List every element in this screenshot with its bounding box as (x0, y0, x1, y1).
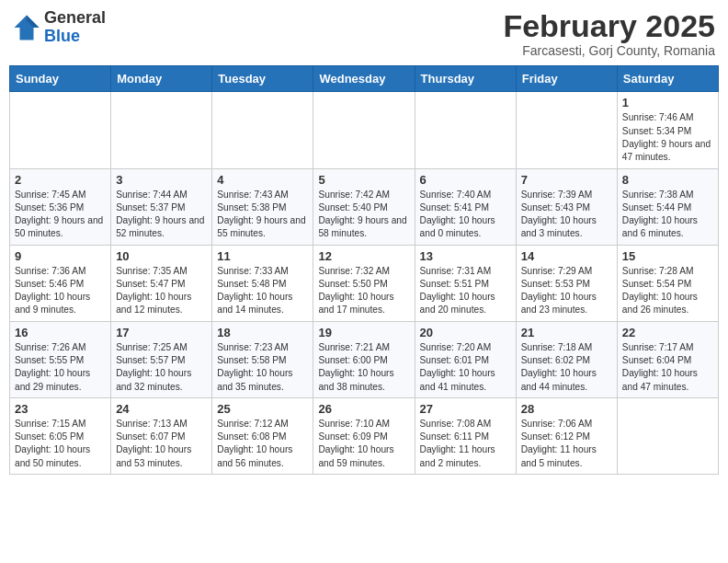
calendar-day-cell: 20Sunrise: 7:20 AM Sunset: 6:01 PM Dayli… (415, 321, 516, 397)
calendar-day-cell (111, 92, 212, 168)
day-info-text: Sunrise: 7:28 AM Sunset: 5:54 PM Dayligh… (622, 265, 713, 317)
calendar-day-cell: 8Sunrise: 7:38 AM Sunset: 5:44 PM Daylig… (617, 168, 718, 245)
day-info-text: Sunrise: 7:33 AM Sunset: 5:48 PM Dayligh… (217, 265, 308, 317)
day-info-text: Sunrise: 7:43 AM Sunset: 5:38 PM Dayligh… (217, 189, 308, 241)
day-info-text: Sunrise: 7:40 AM Sunset: 5:41 PM Dayligh… (420, 189, 511, 241)
day-number: 20 (420, 326, 511, 339)
day-info-text: Sunrise: 7:17 AM Sunset: 6:04 PM Dayligh… (622, 341, 713, 394)
day-info-text: Sunrise: 7:38 AM Sunset: 5:44 PM Dayligh… (622, 189, 713, 241)
day-number: 26 (318, 402, 409, 416)
day-info-text: Sunrise: 7:42 AM Sunset: 5:40 PM Dayligh… (318, 189, 409, 241)
day-number: 14 (521, 249, 612, 263)
calendar-day-cell (10, 92, 111, 168)
day-number: 23 (15, 402, 106, 416)
calendar-day-cell: 4Sunrise: 7:43 AM Sunset: 5:38 PM Daylig… (212, 168, 313, 245)
calendar-day-cell: 2Sunrise: 7:45 AM Sunset: 5:36 PM Daylig… (10, 168, 111, 245)
day-info-text: Sunrise: 7:15 AM Sunset: 6:05 PM Dayligh… (15, 418, 106, 470)
day-number: 18 (217, 326, 308, 339)
month-title: February 2025 (503, 9, 715, 43)
day-number: 11 (217, 249, 308, 263)
calendar-day-cell (212, 92, 313, 168)
calendar-day-cell: 15Sunrise: 7:28 AM Sunset: 5:54 PM Dayli… (617, 245, 718, 321)
calendar-day-cell: 28Sunrise: 7:06 AM Sunset: 6:12 PM Dayli… (516, 397, 617, 474)
day-number: 10 (116, 249, 207, 263)
location-text: Farcasesti, Gorj County, Romania (503, 43, 715, 58)
day-number: 5 (318, 173, 409, 187)
logo-general-text: General (44, 9, 106, 28)
day-number: 4 (217, 173, 308, 187)
calendar-day-cell: 13Sunrise: 7:31 AM Sunset: 5:51 PM Dayli… (415, 245, 516, 321)
day-info-text: Sunrise: 7:08 AM Sunset: 6:11 PM Dayligh… (420, 418, 511, 470)
day-number: 9 (15, 249, 106, 263)
day-info-text: Sunrise: 7:36 AM Sunset: 5:46 PM Dayligh… (15, 265, 106, 317)
calendar-table: SundayMondayTuesdayWednesdayThursdayFrid… (9, 65, 719, 475)
day-info-text: Sunrise: 7:39 AM Sunset: 5:43 PM Dayligh… (521, 189, 612, 241)
weekday-header-wednesday: Wednesday (313, 66, 415, 92)
weekday-header-thursday: Thursday (415, 66, 516, 92)
day-number: 28 (521, 402, 612, 416)
calendar-day-cell: 26Sunrise: 7:10 AM Sunset: 6:09 PM Dayli… (313, 397, 415, 474)
calendar-day-cell: 3Sunrise: 7:44 AM Sunset: 5:37 PM Daylig… (111, 168, 212, 245)
day-info-text: Sunrise: 7:12 AM Sunset: 6:08 PM Dayligh… (217, 418, 308, 470)
calendar-day-cell: 19Sunrise: 7:21 AM Sunset: 6:00 PM Dayli… (313, 321, 415, 397)
day-number: 3 (116, 173, 207, 187)
day-info-text: Sunrise: 7:18 AM Sunset: 6:02 PM Dayligh… (521, 341, 612, 394)
calendar-day-cell: 6Sunrise: 7:40 AM Sunset: 5:41 PM Daylig… (415, 168, 516, 245)
calendar-day-cell: 27Sunrise: 7:08 AM Sunset: 6:11 PM Dayli… (415, 397, 516, 474)
calendar-day-cell: 9Sunrise: 7:36 AM Sunset: 5:46 PM Daylig… (10, 245, 111, 321)
calendar-day-cell: 14Sunrise: 7:29 AM Sunset: 5:53 PM Dayli… (516, 245, 617, 321)
weekday-header-monday: Monday (111, 66, 212, 92)
calendar-day-cell (313, 92, 415, 168)
calendar-day-cell: 5Sunrise: 7:42 AM Sunset: 5:40 PM Daylig… (313, 168, 415, 245)
day-number: 27 (420, 402, 511, 416)
calendar-day-cell (617, 397, 718, 474)
day-info-text: Sunrise: 7:13 AM Sunset: 6:07 PM Dayligh… (116, 418, 207, 470)
day-number: 6 (420, 173, 511, 187)
day-number: 19 (318, 326, 409, 339)
day-info-text: Sunrise: 7:21 AM Sunset: 6:00 PM Dayligh… (318, 341, 409, 394)
weekday-header-sunday: Sunday (10, 66, 111, 92)
day-info-text: Sunrise: 7:35 AM Sunset: 5:47 PM Dayligh… (116, 265, 207, 317)
calendar-day-cell: 25Sunrise: 7:12 AM Sunset: 6:08 PM Dayli… (212, 397, 313, 474)
day-info-text: Sunrise: 7:29 AM Sunset: 5:53 PM Dayligh… (521, 265, 612, 317)
day-info-text: Sunrise: 7:23 AM Sunset: 5:58 PM Dayligh… (217, 341, 308, 394)
day-info-text: Sunrise: 7:46 AM Sunset: 5:34 PM Dayligh… (622, 111, 713, 164)
logo-text: General Blue (44, 9, 106, 46)
day-number: 17 (116, 326, 207, 339)
calendar-day-cell: 1Sunrise: 7:46 AM Sunset: 5:34 PM Daylig… (617, 92, 718, 168)
calendar-day-cell: 17Sunrise: 7:25 AM Sunset: 5:57 PM Dayli… (111, 321, 212, 397)
day-info-text: Sunrise: 7:32 AM Sunset: 5:50 PM Dayligh… (318, 265, 409, 317)
logo-icon (13, 14, 40, 41)
calendar-day-cell: 24Sunrise: 7:13 AM Sunset: 6:07 PM Dayli… (111, 397, 212, 474)
calendar-day-cell: 11Sunrise: 7:33 AM Sunset: 5:48 PM Dayli… (212, 245, 313, 321)
calendar-week-row: 2Sunrise: 7:45 AM Sunset: 5:36 PM Daylig… (10, 168, 719, 245)
calendar-day-cell: 10Sunrise: 7:35 AM Sunset: 5:47 PM Dayli… (111, 245, 212, 321)
day-info-text: Sunrise: 7:45 AM Sunset: 5:36 PM Dayligh… (15, 189, 106, 241)
day-info-text: Sunrise: 7:44 AM Sunset: 5:37 PM Dayligh… (116, 189, 207, 241)
day-info-text: Sunrise: 7:31 AM Sunset: 5:51 PM Dayligh… (420, 265, 511, 317)
day-info-text: Sunrise: 7:26 AM Sunset: 5:55 PM Dayligh… (15, 341, 106, 394)
weekday-header-saturday: Saturday (617, 66, 718, 92)
day-number: 13 (420, 249, 511, 263)
day-number: 24 (116, 402, 207, 416)
calendar-day-cell (415, 92, 516, 168)
day-number: 22 (622, 326, 713, 339)
calendar-day-cell: 22Sunrise: 7:17 AM Sunset: 6:04 PM Dayli… (617, 321, 718, 397)
day-info-text: Sunrise: 7:20 AM Sunset: 6:01 PM Dayligh… (420, 341, 511, 394)
calendar-week-row: 23Sunrise: 7:15 AM Sunset: 6:05 PM Dayli… (10, 397, 719, 474)
day-number: 2 (15, 173, 106, 187)
weekday-header-friday: Friday (516, 66, 617, 92)
page-header: General Blue February 2025 Farcasesti, G… (9, 9, 719, 58)
day-number: 12 (318, 249, 409, 263)
day-number: 16 (15, 326, 106, 339)
logo: General Blue (13, 9, 106, 46)
title-block: February 2025 Farcasesti, Gorj County, R… (503, 9, 715, 58)
calendar-day-cell: 12Sunrise: 7:32 AM Sunset: 5:50 PM Dayli… (313, 245, 415, 321)
day-info-text: Sunrise: 7:25 AM Sunset: 5:57 PM Dayligh… (116, 341, 207, 394)
weekday-header-row: SundayMondayTuesdayWednesdayThursdayFrid… (10, 66, 719, 92)
day-info-text: Sunrise: 7:06 AM Sunset: 6:12 PM Dayligh… (521, 418, 612, 470)
calendar-day-cell (516, 92, 617, 168)
calendar-day-cell: 23Sunrise: 7:15 AM Sunset: 6:05 PM Dayli… (10, 397, 111, 474)
calendar-week-row: 1Sunrise: 7:46 AM Sunset: 5:34 PM Daylig… (10, 92, 719, 168)
calendar-day-cell: 7Sunrise: 7:39 AM Sunset: 5:43 PM Daylig… (516, 168, 617, 245)
